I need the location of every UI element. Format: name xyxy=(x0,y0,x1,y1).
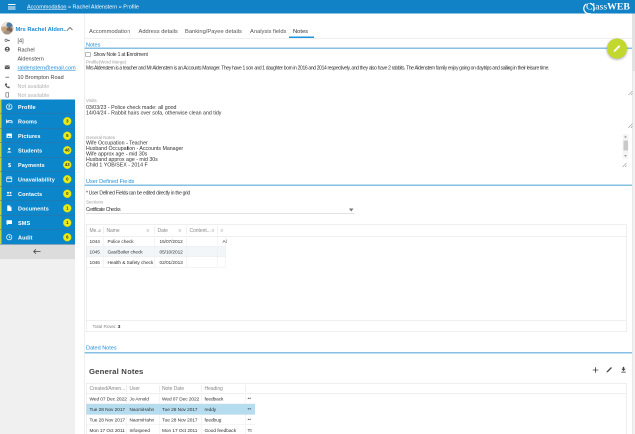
svg-text:$: $ xyxy=(8,162,11,168)
